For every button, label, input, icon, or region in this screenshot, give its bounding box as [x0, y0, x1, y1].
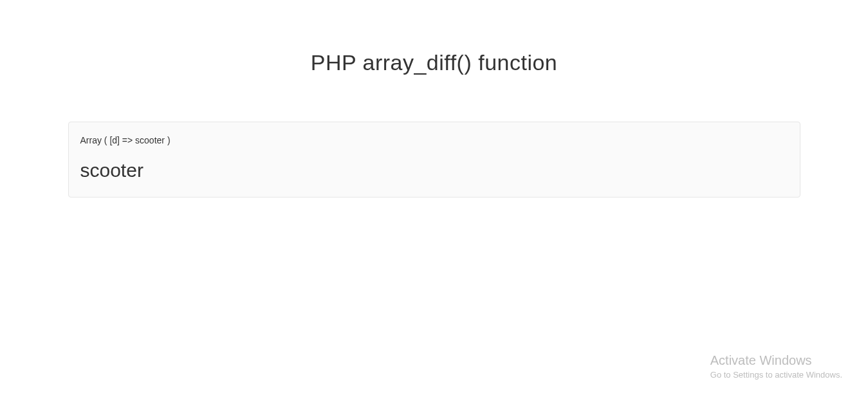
windows-activation-watermark: Activate Windows Go to Settings to activ… [710, 353, 842, 380]
array-print-line: Array ( [d] => scooter ) [80, 135, 788, 145]
output-box: Array ( [d] => scooter ) scooter [68, 122, 800, 197]
watermark-title: Activate Windows [710, 353, 842, 368]
page-title: PHP array_diff() function [0, 50, 868, 75]
watermark-subtitle: Go to Settings to activate Windows. [710, 370, 842, 380]
value-line: scooter [80, 160, 788, 181]
